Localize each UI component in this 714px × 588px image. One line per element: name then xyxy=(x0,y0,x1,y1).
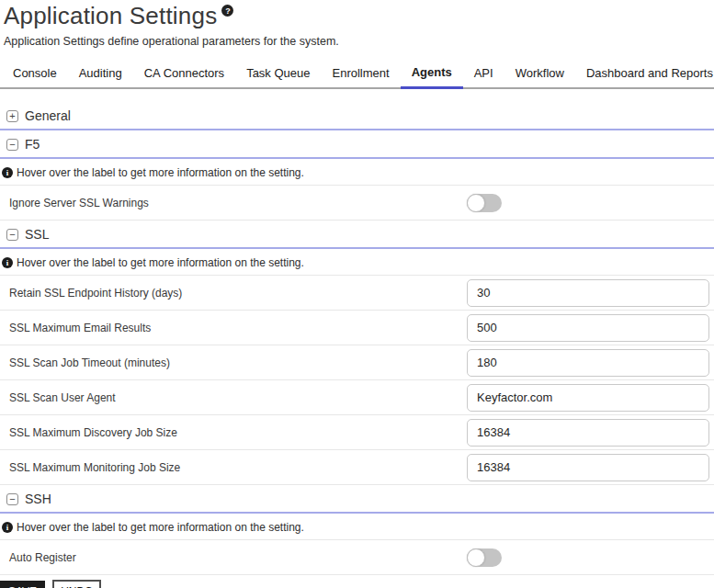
setting-control xyxy=(467,349,714,377)
info-icon: i xyxy=(2,522,13,533)
input-ssl-maximum-discovery-job-size[interactable] xyxy=(467,419,709,447)
page-header: Application Settings ? xyxy=(0,2,714,29)
setting-label: SSL Scan Job Timeout (minutes) xyxy=(0,356,467,369)
setting-control xyxy=(467,548,714,567)
tab-workflow[interactable]: Workflow xyxy=(504,62,575,89)
tab-ca-connectors[interactable]: CA Connectors xyxy=(133,62,235,89)
info-row: iHover over the label to get more inform… xyxy=(0,249,714,276)
tab-auditing[interactable]: Auditing xyxy=(68,62,133,89)
tab-console[interactable]: Console xyxy=(2,62,68,89)
info-icon: i xyxy=(2,257,13,268)
setting-row-retain-ssl-endpoint-history-days: Retain SSL Endpoint History (days) xyxy=(0,276,714,311)
tab-task-queue[interactable]: Task Queue xyxy=(235,62,321,89)
section-title: SSL xyxy=(25,227,49,242)
info-row: iHover over the label to get more inform… xyxy=(0,514,714,540)
toggle-auto-register[interactable] xyxy=(467,548,502,567)
setting-control xyxy=(467,454,714,481)
undo-button[interactable]: UNDO xyxy=(52,580,101,588)
input-ssl-maximum-monitoring-job-size[interactable] xyxy=(467,454,709,481)
section-header-ssh[interactable]: −SSH xyxy=(0,485,714,514)
section-header-ssl[interactable]: −SSL xyxy=(0,220,714,249)
setting-control xyxy=(467,279,714,307)
minus-icon: − xyxy=(6,493,18,505)
section-title: General xyxy=(25,108,71,123)
setting-label: Ignore Server SSL Warnings xyxy=(0,197,467,209)
input-ssl-scan-user-agent[interactable] xyxy=(467,384,709,412)
info-text: Hover over the label to get more informa… xyxy=(17,256,304,269)
help-icon[interactable]: ? xyxy=(221,5,233,17)
tab-bar: ConsoleAuditingCA ConnectorsTask QueueEn… xyxy=(0,62,714,89)
setting-row-ssl-maximum-discovery-job-size: SSL Maximum Discovery Job Size xyxy=(0,415,714,450)
application-settings-page: Application Settings ? Application Setti… xyxy=(0,0,714,588)
setting-row-ssl-scan-job-timeout-minutes: SSL Scan Job Timeout (minutes) xyxy=(0,345,714,380)
setting-label: SSL Maximum Discovery Job Size xyxy=(0,426,467,439)
page-title: Application Settings xyxy=(4,2,217,29)
setting-row-ssl-maximum-monitoring-job-size: SSL Maximum Monitoring Job Size xyxy=(0,450,714,485)
minus-icon: − xyxy=(6,139,18,151)
section-header-f5[interactable]: −F5 xyxy=(0,130,714,159)
setting-label: Auto Register xyxy=(0,551,467,564)
setting-control xyxy=(467,194,714,212)
setting-label: SSL Maximum Monitoring Job Size xyxy=(0,461,467,474)
setting-control xyxy=(467,314,714,342)
tab-dashboard-and-reports[interactable]: Dashboard and Reports xyxy=(575,62,714,89)
section-title: F5 xyxy=(25,137,40,152)
info-text: Hover over the label to get more informa… xyxy=(17,166,304,179)
save-button[interactable]: SAVE xyxy=(0,581,45,588)
toggle-knob xyxy=(467,548,485,567)
setting-control xyxy=(467,419,714,447)
tab-enrollment[interactable]: Enrollment xyxy=(322,62,401,89)
section-title: SSH xyxy=(25,492,51,506)
setting-row-ignore-server-ssl-warnings: Ignore Server SSL Warnings xyxy=(0,186,714,220)
setting-label: SSL Maximum Email Results xyxy=(0,322,467,334)
info-row: iHover over the label to get more inform… xyxy=(0,159,714,186)
setting-label: Retain SSL Endpoint History (days) xyxy=(0,287,467,300)
info-icon: i xyxy=(2,167,13,178)
setting-row-ssl-scan-user-agent: SSL Scan User Agent xyxy=(0,380,714,415)
setting-label: SSL Scan User Agent xyxy=(0,391,467,404)
input-retain-ssl-endpoint-history-days[interactable] xyxy=(467,279,709,307)
footer: SAVE UNDO xyxy=(0,575,714,588)
tab-agents[interactable]: Agents xyxy=(401,62,463,89)
setting-row-auto-register: Auto Register xyxy=(0,540,714,575)
info-text: Hover over the label to get more informa… xyxy=(17,521,304,534)
toggle-ignore-server-ssl-warnings[interactable] xyxy=(467,194,502,212)
input-ssl-scan-job-timeout-minutes[interactable] xyxy=(467,349,709,377)
section-header-general[interactable]: +General xyxy=(0,102,714,130)
minus-icon: − xyxy=(6,229,18,241)
tab-api[interactable]: API xyxy=(463,62,504,89)
page-subtitle: Application Settings define operational … xyxy=(0,35,714,48)
setting-control xyxy=(467,384,714,412)
plus-icon: + xyxy=(6,110,18,122)
setting-row-ssl-maximum-email-results: SSL Maximum Email Results xyxy=(0,311,714,345)
input-ssl-maximum-email-results[interactable] xyxy=(467,314,709,342)
sections: +General−F5iHover over the label to get … xyxy=(0,102,714,575)
toggle-knob xyxy=(467,194,485,212)
